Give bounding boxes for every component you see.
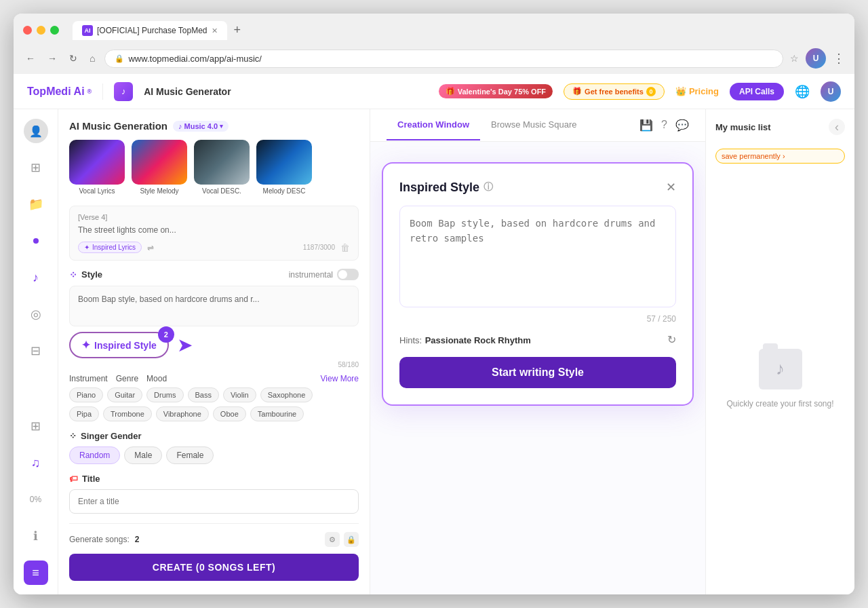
mode-thumb-vocal-lyrics[interactable]: Vocal Lyrics bbox=[69, 140, 125, 195]
sidebar-info-icon[interactable]: ℹ bbox=[24, 524, 48, 548]
right-panel: Creation Window Browse Music Square 💾 ? … bbox=[370, 109, 705, 594]
url-text: www.topmediai.com/app/ai-music/ bbox=[128, 54, 262, 64]
style-text: Style bbox=[81, 269, 102, 280]
tag-violin[interactable]: Violin bbox=[223, 387, 256, 402]
tag-drums[interactable]: Drums bbox=[146, 387, 183, 402]
minimize-dot[interactable] bbox=[37, 26, 45, 35]
tab-close-button[interactable]: ✕ bbox=[212, 26, 218, 35]
toggle-switch[interactable] bbox=[337, 269, 359, 280]
generate-settings-icon[interactable]: ⚙ bbox=[325, 532, 340, 547]
api-calls-button[interactable]: API Calls bbox=[730, 83, 784, 100]
sidebar-folder-icon[interactable]: 📁 bbox=[24, 192, 48, 216]
thumb-vocal-desc-label: Vocal DESC. bbox=[194, 187, 250, 195]
tag-saxophone[interactable]: Saxophone bbox=[260, 387, 313, 402]
shuffle-icon[interactable]: ⇌ bbox=[147, 243, 154, 252]
gender-female-btn[interactable]: Female bbox=[166, 446, 214, 464]
thumb-melody-desc-img bbox=[256, 140, 312, 185]
delete-lyrics-icon[interactable]: 🗑 bbox=[340, 242, 350, 253]
save-icon[interactable]: 💾 bbox=[639, 119, 653, 132]
instrument-tags-row: Piano Guitar Drums Bass Violin Saxophone bbox=[69, 387, 359, 402]
tag-instrument[interactable]: Instrument bbox=[69, 374, 108, 383]
bookmark-icon[interactable]: ☆ bbox=[790, 53, 799, 64]
create-button[interactable]: CREATE (0 songs left) bbox=[69, 554, 359, 581]
close-dot[interactable] bbox=[23, 26, 32, 35]
tag-piano[interactable]: Piano bbox=[69, 387, 103, 402]
instrumental-label: instrumental bbox=[289, 270, 333, 280]
save-permanently-button[interactable]: save permanently › bbox=[715, 149, 845, 164]
view-more-link[interactable]: View More bbox=[321, 374, 359, 383]
music-icon-small: ♪ bbox=[178, 122, 182, 130]
maximize-dot[interactable] bbox=[50, 26, 59, 35]
tag-tambourine[interactable]: Tambourine bbox=[250, 406, 304, 421]
sidebar-user-icon[interactable]: 👤 bbox=[24, 119, 48, 143]
user-avatar[interactable]: U bbox=[821, 81, 841, 102]
tab-creation-window[interactable]: Creation Window bbox=[387, 110, 480, 140]
help-icon[interactable]: ? bbox=[661, 119, 667, 132]
sidebar-dot-icon[interactable] bbox=[24, 229, 48, 253]
gender-male-btn[interactable]: Male bbox=[124, 446, 162, 464]
sidebar-grid-icon[interactable]: ⊞ bbox=[24, 155, 48, 180]
title-section: 🏷 Title bbox=[69, 474, 359, 514]
chrome-avatar[interactable]: U bbox=[806, 48, 826, 69]
address-bar[interactable]: 🔒 www.topmediai.com/app/ai-music/ bbox=[104, 50, 783, 68]
version-badge[interactable]: ♪ Music 4.0 ▾ bbox=[173, 121, 229, 132]
collapse-sidebar-button[interactable]: ‹ bbox=[829, 119, 845, 135]
sidebar-apps-bottom-icon[interactable]: ⊞ bbox=[24, 414, 48, 438]
mode-thumb-vocal-desc[interactable]: Vocal DESC. bbox=[194, 140, 250, 195]
home-button[interactable]: ⌂ bbox=[87, 50, 98, 66]
thumb-style-melody-label: Style Melody bbox=[132, 187, 187, 195]
chat-icon[interactable]: 💬 bbox=[675, 119, 689, 132]
gender-random-btn[interactable]: Random bbox=[69, 446, 120, 464]
music-note-icon: ♪ bbox=[776, 358, 785, 379]
modal-title: Inspired Style ⓘ bbox=[399, 180, 493, 195]
modal-style-textarea[interactable] bbox=[399, 206, 676, 307]
thumb-vocal-desc-img bbox=[194, 140, 250, 185]
chrome-menu-icon[interactable]: ⋮ bbox=[833, 51, 845, 66]
tab-title: [OOFICIAL] Purchase TopMed bbox=[97, 26, 208, 35]
title-input[interactable] bbox=[69, 489, 359, 514]
mode-thumb-melody-desc[interactable]: Melody DESC bbox=[256, 140, 312, 195]
hints-refresh-icon[interactable]: ↻ bbox=[667, 333, 676, 346]
style-count: 58/180 bbox=[69, 361, 359, 368]
instrumental-toggle[interactable]: instrumental bbox=[289, 269, 359, 280]
sidebar-music-icon[interactable]: ♪ bbox=[24, 265, 48, 290]
tag-genre[interactable]: Genre bbox=[116, 374, 138, 383]
tag-mood[interactable]: Mood bbox=[146, 374, 167, 383]
tag-guitar[interactable]: Guitar bbox=[107, 387, 142, 402]
tag-trombone[interactable]: Trombone bbox=[103, 406, 152, 421]
tag-categories: Instrument Genre Mood bbox=[69, 374, 167, 383]
lyrics-text: The street lights come on... bbox=[78, 224, 350, 236]
refresh-button[interactable]: ↻ bbox=[66, 50, 80, 66]
new-tab-button[interactable]: + bbox=[227, 20, 248, 40]
start-writing-style-button[interactable]: Start writing Style bbox=[399, 357, 676, 388]
valentine-banner[interactable]: 🎁 Valentine's Day 75% OFF bbox=[439, 84, 553, 98]
gender-icon: ⁘ bbox=[69, 431, 77, 441]
tag-vibraphone[interactable]: Vibraphone bbox=[156, 406, 209, 421]
sidebar-music-bottom-icon[interactable]: ♫ bbox=[24, 451, 48, 475]
browser-tab[interactable]: AI [OOFICIAL] Purchase TopMed ✕ bbox=[73, 21, 227, 40]
mode-thumb-style-melody[interactable]: Style Melody bbox=[132, 140, 187, 195]
back-button[interactable]: ← bbox=[23, 50, 38, 66]
style-input-area[interactable]: Boom Bap style, based on hardcore drums … bbox=[69, 286, 359, 326]
step-badge-2: 2 bbox=[158, 326, 174, 343]
valentine-icon: 🎁 bbox=[446, 87, 455, 96]
benefits-button[interactable]: 🎁 Get free benefits 0 bbox=[564, 83, 665, 100]
modal-close-button[interactable]: ✕ bbox=[666, 180, 676, 195]
inspired-lyrics-badge[interactable]: ✦ Inspired Lyrics bbox=[78, 242, 142, 253]
lyrics-area[interactable]: [Verse 4] The street lights come on... ✦… bbox=[69, 206, 359, 261]
hints-value: Passionate Rock Rhythm bbox=[425, 335, 531, 345]
sidebar-percent-icon[interactable]: 0% bbox=[24, 487, 48, 512]
tag-pipa[interactable]: Pipa bbox=[69, 406, 99, 421]
tag-bass[interactable]: Bass bbox=[188, 387, 219, 402]
forward-button[interactable]: → bbox=[45, 50, 60, 66]
globe-icon[interactable]: 🌐 bbox=[795, 84, 810, 99]
inspired-style-button[interactable]: ✦ Inspired Style 2 bbox=[69, 332, 169, 358]
tag-oboe[interactable]: Oboe bbox=[213, 406, 246, 421]
sidebar-archive-icon[interactable]: ⊟ bbox=[24, 339, 48, 363]
generate-lock-icon[interactable]: 🔒 bbox=[344, 532, 359, 547]
lock-icon: 🔒 bbox=[115, 54, 124, 63]
tab-browse-music[interactable]: Browse Music Square bbox=[480, 110, 587, 140]
pricing-link[interactable]: 👑 Pricing bbox=[675, 86, 719, 96]
sidebar-list-icon[interactable]: ≡ bbox=[24, 560, 48, 585]
sidebar-compass-icon[interactable]: ◎ bbox=[24, 302, 48, 326]
